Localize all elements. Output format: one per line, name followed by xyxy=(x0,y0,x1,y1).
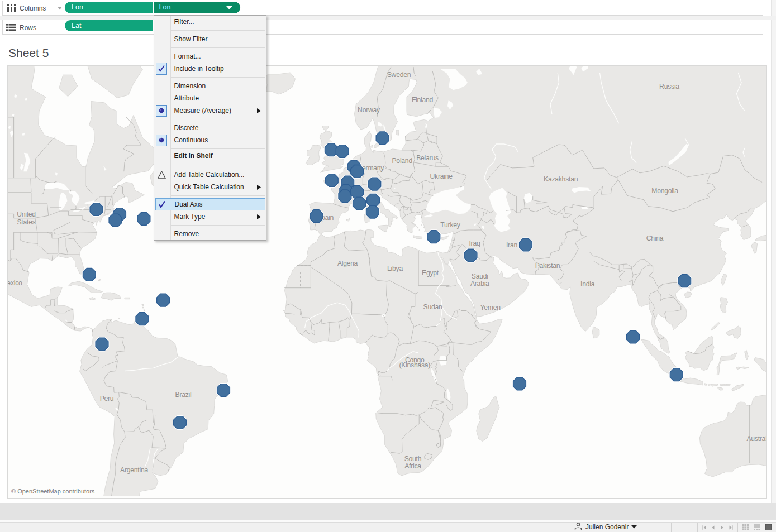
svg-text:Norway: Norway xyxy=(358,106,380,114)
svg-text:Libya: Libya xyxy=(387,265,403,272)
svg-text:Finland: Finland xyxy=(412,96,433,104)
svg-text:Turkey: Turkey xyxy=(440,221,460,229)
svg-text:Ukraine: Ukraine xyxy=(430,172,453,180)
svg-text:Russia: Russia xyxy=(659,83,679,90)
svg-text:China: China xyxy=(646,234,664,242)
svg-text:Saudi: Saudi xyxy=(472,272,488,280)
svg-text:Mongolia: Mongolia xyxy=(651,187,678,195)
svg-text:South: South xyxy=(404,455,422,463)
svg-text:Poland: Poland xyxy=(392,157,412,165)
svg-text:Kazakhstan: Kazakhstan xyxy=(544,175,578,183)
svg-text:© OpenStreetMap contributors: © OpenStreetMap contributors xyxy=(11,488,95,495)
svg-text:Sudan: Sudan xyxy=(423,303,442,311)
svg-text:Argentina: Argentina xyxy=(120,466,148,474)
svg-text:Arabia: Arabia xyxy=(470,280,489,287)
svg-text:United: United xyxy=(17,210,36,218)
svg-text:Australia: Australia xyxy=(746,435,766,443)
svg-text:Sweden: Sweden xyxy=(387,71,411,79)
svg-text:Pakistan: Pakistan xyxy=(535,262,560,270)
svg-text:Belarus: Belarus xyxy=(416,154,439,162)
svg-text:Brazil: Brazil xyxy=(175,391,192,399)
svg-text:Mexico: Mexico xyxy=(8,279,22,287)
svg-text:Yemen: Yemen xyxy=(480,304,501,311)
svg-text:Peru: Peru xyxy=(100,395,114,402)
svg-text:States: States xyxy=(17,218,35,226)
svg-text:Africa: Africa xyxy=(404,462,421,470)
svg-text:India: India xyxy=(580,280,595,288)
svg-text:(Kinshasa): (Kinshasa) xyxy=(399,361,430,369)
svg-text:Iran: Iran xyxy=(506,241,517,249)
svg-text:Algeria: Algeria xyxy=(337,260,358,267)
svg-text:Egypt: Egypt xyxy=(422,269,439,277)
svg-text:Iraq: Iraq xyxy=(469,239,480,247)
